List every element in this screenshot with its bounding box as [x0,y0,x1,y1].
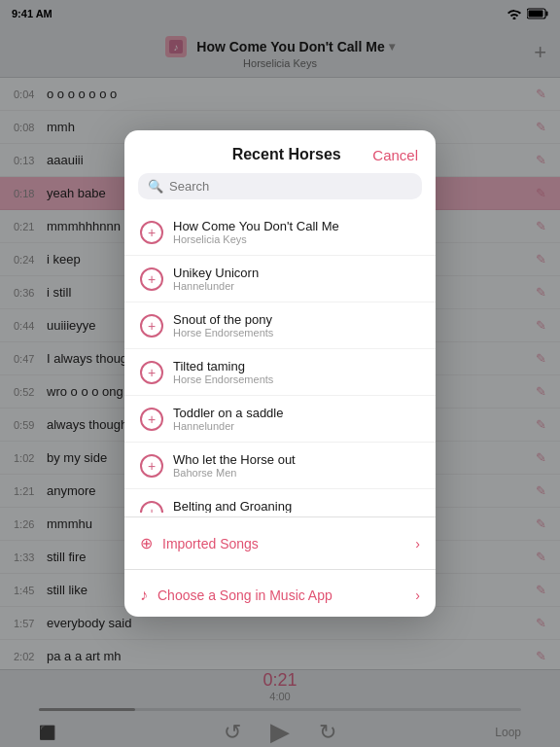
add-song-icon: + [140,501,163,514]
imported-songs-label: Imported Songs [162,536,259,551]
modal-song-item[interactable]: + Who let the Horse out Bahorse Men [124,443,436,489]
search-icon: 🔍 [148,179,163,194]
song-name: Snout of the pony [173,312,420,327]
modal-cancel-button[interactable]: Cancel [372,147,418,163]
modal: Recent Horses Cancel 🔍 + How Come You Do… [124,130,436,617]
add-song-icon: + [140,454,163,478]
add-song-icon: + [140,408,163,431]
chevron-right-icon: › [415,536,420,551]
song-artist: Hannelunder [173,420,420,432]
song-name: Belting and Groaning [173,499,420,513]
search-input[interactable] [169,179,412,194]
modal-search-bar[interactable]: 🔍 [138,173,422,199]
add-song-icon: + [140,221,163,244]
modal-song-list: + How Come You Don't Call Me Horselicia … [124,209,436,513]
add-song-icon: + [140,267,163,291]
song-artist: Horselicia Keys [173,233,420,245]
add-song-icon: + [140,361,163,384]
choose-song-label: Choose a Song in Music App [158,587,332,603]
modal-song-item[interactable]: + Belting and Groaning Vocal Excersises [124,489,436,513]
modal-overlay: Recent Horses Cancel 🔍 + How Come You Do… [0,0,560,747]
modal-song-item[interactable]: + Tilted taming Horse Endorsements [124,349,436,396]
chevron-right-icon-2: › [415,587,420,603]
add-song-icon: + [140,314,163,338]
modal-song-item[interactable]: + How Come You Don't Call Me Horselicia … [124,209,436,256]
modal-header: Recent Horses Cancel [124,130,436,173]
modal-song-item[interactable]: + Toddler on a saddle Hannelunder [124,396,436,443]
imported-songs-row[interactable]: ⊕ Imported Songs › [124,521,436,565]
plus-circle-icon: ⊕ [140,534,153,552]
song-artist: Hannelunder [173,280,420,292]
song-name: Tilted taming [173,359,420,374]
modal-song-item[interactable]: + Snout of the pony Horse Endorsements [124,302,436,349]
modal-separator-2 [124,569,436,570]
song-name: Unikey Unicorn [173,266,420,280]
modal-separator [124,516,436,517]
song-artist: Horse Endorsements [173,327,420,338]
song-name: Who let the Horse out [173,452,420,467]
song-artist: Horse Endorsements [173,374,420,385]
modal-title: Recent Horses [200,146,372,163]
modal-song-item[interactable]: + Unikey Unicorn Hannelunder [124,256,436,302]
choose-song-row[interactable]: ♪ Choose a Song in Music App › [124,574,436,617]
song-name: Toddler on a saddle [173,406,420,420]
song-name: How Come You Don't Call Me [173,219,420,233]
song-artist: Bahorse Men [173,467,420,479]
music-note-icon: ♪ [140,587,148,604]
